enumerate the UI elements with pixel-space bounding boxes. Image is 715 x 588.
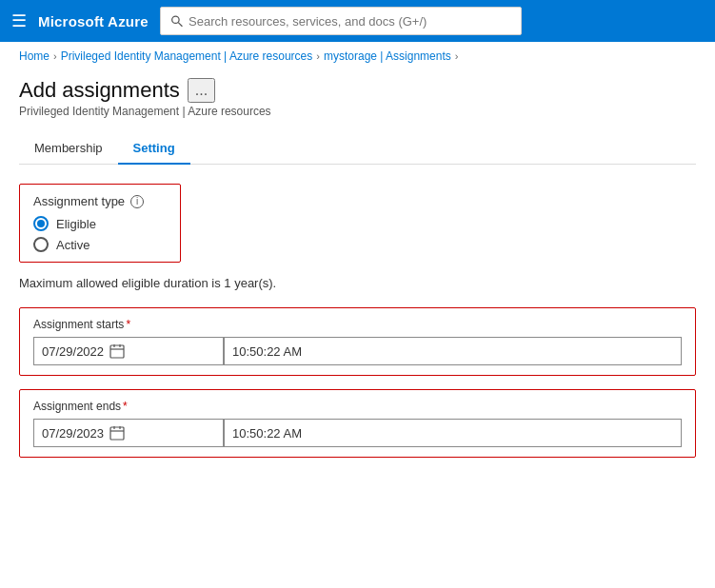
radio-eligible-circle <box>33 216 49 231</box>
ends-calendar-icon[interactable] <box>109 425 125 441</box>
radio-active[interactable]: Active <box>33 237 167 252</box>
radio-eligible-label: Eligible <box>56 217 96 231</box>
starts-required-marker: * <box>126 318 130 331</box>
breadcrumb-sep-2: › <box>316 50 320 62</box>
assignment-starts-label: Assignment starts* <box>33 318 682 331</box>
page-title: Add assignments <box>19 78 180 103</box>
starts-calendar-icon[interactable] <box>109 343 125 359</box>
starts-date-value: 07/29/2022 <box>42 344 104 359</box>
radio-active-label: Active <box>56 238 89 252</box>
assignment-ends-label: Assignment ends* <box>33 400 682 413</box>
search-icon <box>170 14 183 28</box>
assignment-ends-date-input[interactable]: 07/29/2023 <box>33 419 224 447</box>
tab-setting[interactable]: Setting <box>118 133 190 165</box>
radio-active-circle <box>33 237 49 252</box>
svg-rect-2 <box>110 345 124 358</box>
assignment-ends-group: Assignment ends* 07/29/2023 <box>19 389 696 458</box>
assignment-ends-row: 07/29/2023 <box>33 419 682 447</box>
starts-time-field[interactable] <box>232 344 673 359</box>
ellipsis-button[interactable]: ... <box>188 78 215 103</box>
assignment-ends-time-input[interactable] <box>225 419 682 447</box>
topbar: ☰ Microsoft Azure <box>0 0 715 42</box>
assignment-starts-time-input[interactable] <box>225 337 682 365</box>
assignment-starts-group: Assignment starts* 07/29/2022 <box>19 307 696 376</box>
page-subtitle: Privileged Identity Management | Azure r… <box>19 105 696 118</box>
search-input[interactable] <box>189 14 511 29</box>
page-header: Add assignments ... <box>19 78 696 103</box>
assignment-type-radio-group: Eligible Active <box>33 216 167 252</box>
ends-time-field[interactable] <box>232 426 673 441</box>
radio-eligible[interactable]: Eligible <box>33 216 167 231</box>
breadcrumb: Home › Privileged Identity Management | … <box>0 42 715 63</box>
breadcrumb-mystorage[interactable]: mystorage | Assignments <box>324 49 451 63</box>
breadcrumb-home[interactable]: Home <box>19 49 50 63</box>
tab-membership[interactable]: Membership <box>19 133 118 165</box>
svg-rect-6 <box>110 427 124 440</box>
breadcrumb-sep-1: › <box>53 50 57 62</box>
info-icon[interactable]: i <box>130 195 144 208</box>
main-content: Add assignments ... Privileged Identity … <box>0 63 715 588</box>
hamburger-menu[interactable]: ☰ <box>11 10 27 31</box>
ends-date-value: 07/29/2023 <box>42 426 104 441</box>
ends-required-marker: * <box>123 400 128 413</box>
search-bar[interactable] <box>160 7 522 35</box>
tabs: Membership Setting <box>19 133 696 165</box>
assignment-starts-row: 07/29/2022 <box>33 337 682 365</box>
assignment-type-label: Assignment type i <box>33 194 167 208</box>
app-logo: Microsoft Azure <box>38 13 149 29</box>
assignment-type-section: Assignment type i Eligible Active <box>19 184 181 263</box>
svg-point-0 <box>171 16 178 23</box>
assignment-type-text: Assignment type <box>33 194 125 208</box>
svg-line-1 <box>178 23 182 27</box>
breadcrumb-sep-3: › <box>455 50 459 62</box>
breadcrumb-pim[interactable]: Privileged Identity Management | Azure r… <box>61 49 313 63</box>
eligible-duration-info: Maximum allowed eligible duration is 1 y… <box>19 276 696 290</box>
assignment-starts-date-input[interactable]: 07/29/2022 <box>33 337 224 365</box>
